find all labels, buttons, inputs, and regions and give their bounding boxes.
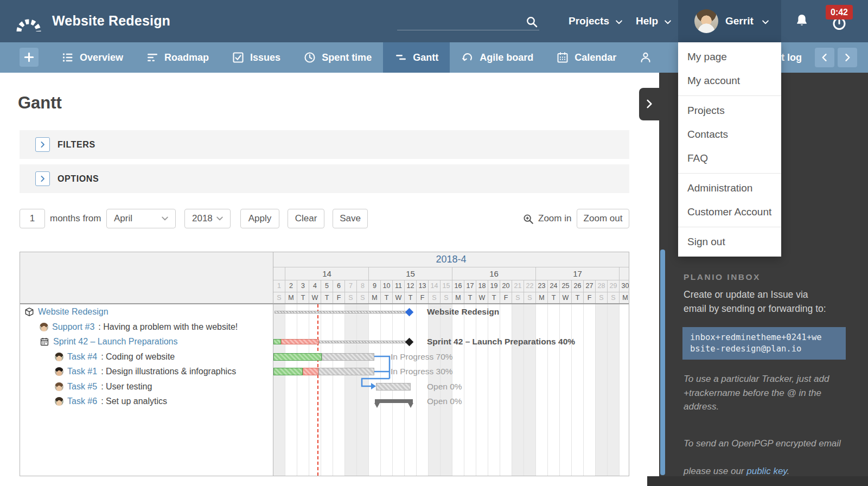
menu-item-administration[interactable]: Administration [678,176,781,200]
weekday-cell: T [488,292,500,303]
search-icon[interactable] [525,15,538,28]
day-cell: 4 [309,280,321,292]
task-subject: : User testing [101,382,152,392]
search-input[interactable] [397,14,521,29]
tab-gantt[interactable]: Gantt [383,42,450,73]
menu-item-contacts[interactable]: Contacts [678,123,781,146]
tab-roadmap[interactable]: Roadmap [135,42,220,73]
sidebar-scrollbar[interactable] [660,250,665,475]
day-cell: 15 [441,280,452,292]
add-button[interactable] [20,48,39,67]
day-cell: 2 [285,280,297,292]
public-key-link[interactable]: public key [746,466,787,476]
options-accordion[interactable]: OPTIONS [20,164,629,193]
top-navbar: Website Redesign Projects Help Gerrit 0:… [0,0,868,42]
gantt-left-header [20,252,273,304]
menu-item-my-page[interactable]: My page [678,45,781,69]
weekday-cell: M [620,292,629,303]
gantt-week-row: 14151617 [273,267,629,280]
tab-person[interactable] [628,42,663,73]
task-link[interactable]: Task #5 [67,382,97,392]
day-cell: 26 [572,280,584,292]
menu-item-my-account[interactable]: My account [678,69,781,93]
filters-expand-icon[interactable] [35,137,50,152]
day-cell: 12 [405,280,417,292]
sidebar-footer [647,476,868,486]
planio-logo[interactable] [15,9,42,34]
zoom-in-icon [522,213,534,225]
task-link[interactable]: Website Redesign [38,307,108,317]
chevron-down-icon [614,17,624,27]
user-dropdown-menu: My pageMy accountProjectsContactsFAQAdmi… [678,42,781,257]
weekday-cell: T [381,292,393,303]
months-count-input[interactable] [20,209,45,228]
weekday-cell: T [548,292,560,303]
year-select[interactable]: 2018 [184,209,231,228]
menu-item-faq[interactable]: FAQ [678,146,781,170]
assignee-avatar [55,367,63,376]
save-button[interactable]: Save [333,209,368,228]
weekday-cell: F [333,292,345,303]
day-cell: 5 [321,280,333,292]
weekday-cell: S [345,292,357,303]
tab-label: Calendar [575,52,616,63]
menu-item-sign-out[interactable]: Sign out [678,230,781,254]
nav-projects-menu[interactable]: Projects [569,0,624,42]
tabs-scroll-left-button[interactable] [815,48,834,67]
project-title: Website Redesign [52,13,170,29]
notifications-bell-icon[interactable] [794,13,809,29]
sidebar-toggle-button[interactable] [639,88,659,120]
day-cell: 24 [548,280,560,292]
weekday-cell: F [417,292,429,303]
gantt-weekday-row: SMTWTFSSMTWTFSSMTWTFSSMTWTFSSM [273,292,629,304]
tab-calendar[interactable]: Calendar [545,42,628,73]
menu-item-projects[interactable]: Projects [678,99,781,123]
calendar-icon [556,51,569,64]
tab-agile-board[interactable]: Agile board [450,42,545,73]
day-cell: 11 [393,280,405,292]
apply-button[interactable]: Apply [240,209,279,228]
weekday-cell: W [560,292,572,303]
clear-button[interactable]: Clear [288,209,324,228]
gantt-chart-body: Website RedesignSprint 42 – Launch Prepa… [273,304,629,476]
tabs-scroll-right-button[interactable] [838,48,857,67]
months-from-label: months from [50,209,101,228]
timer-badge[interactable]: 0:42 [826,5,853,20]
task-link[interactable]: Sprint 42 – Launch Preparations [53,337,177,347]
tab-overflow-partial[interactable]: t log [781,42,802,73]
zoom-in-link[interactable]: Zoom in [522,209,571,228]
tab-overview[interactable]: Overview [50,42,135,73]
filters-accordion[interactable]: FILTERS [20,130,629,159]
week-cell: 16 [452,267,536,280]
task-subject: : Design illustrations & infographics [101,367,236,376]
month-select-value: April [114,213,132,224]
day-cell: 9 [369,280,381,292]
weekday-cell: F [500,292,512,303]
options-expand-icon[interactable] [35,171,50,186]
day-cell: 29 [608,280,620,292]
user-menu-trigger[interactable]: Gerrit [678,0,781,42]
month-select[interactable]: April [106,209,176,228]
gantt-year-month: 2018-4 [273,252,629,267]
tab-spent-time[interactable]: Spent time [292,42,383,73]
menu-item-customer-account[interactable]: Customer Account [678,200,781,224]
week-cell: 15 [369,267,452,280]
task-link[interactable]: Task #4 [67,352,97,362]
user-name: Gerrit [725,15,754,27]
day-cell: 16 [452,280,464,292]
task-link[interactable]: Task #1 [67,367,97,376]
gantt-bar-label: In Progress 70% [391,349,453,364]
nav-help-menu[interactable]: Help [636,0,673,42]
weekday-cell: S [608,292,620,303]
zoom-out-button[interactable]: Zoom out [577,209,629,228]
tab-issues[interactable]: Issues [220,42,292,73]
week-cell [620,267,629,280]
day-cell: 28 [596,280,608,292]
chevron-down-icon [761,17,770,27]
weekday-cell: T [572,292,584,303]
weekday-cell: W [476,292,488,303]
task-link[interactable]: Task #6 [67,397,97,406]
task-link[interactable]: Support #3 [52,322,94,332]
person-icon [639,51,652,64]
task-row-website-redesign: Website Redesign [20,304,273,319]
